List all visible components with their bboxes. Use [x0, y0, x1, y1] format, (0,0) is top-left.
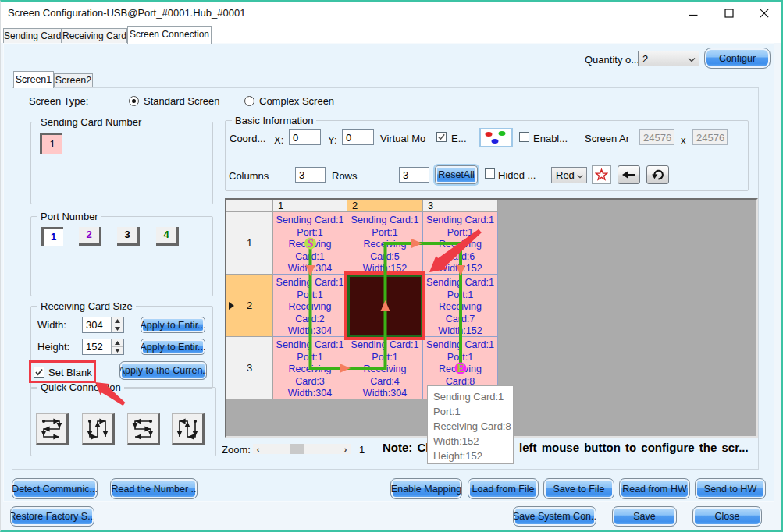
grid-cell-r1c1[interactable]: Sending Card:1 Port:1 Receiving Card:1 W… — [273, 212, 347, 275]
grid-row-header-2-label: 2 — [247, 300, 252, 311]
cell-line: Receiving — [347, 364, 422, 376]
x-label: X: — [274, 134, 283, 146]
grid-row-header-1[interactable]: 1 — [226, 212, 273, 275]
rows-input[interactable]: 3 — [399, 167, 429, 183]
rgb-pattern-button[interactable] — [479, 128, 513, 147]
grid-cell-r3c1[interactable]: Sending Card:1 Port:1 Receiving Card:3 W… — [273, 337, 347, 399]
close-button[interactable] — [753, 3, 776, 23]
cell-line: Card:3 — [273, 376, 347, 388]
height-label: Height: — [37, 341, 69, 353]
zoom-scroll-left-icon[interactable]: ‹ — [253, 444, 263, 454]
grid-cell-r1c2[interactable]: Sending Card:1 Port:1 Receiving Card:5 W… — [347, 212, 423, 275]
grid-column-header-3[interactable]: 3 — [423, 200, 498, 212]
width-spin-buttons[interactable] — [111, 317, 123, 332]
cell-line: Port:1 — [423, 227, 497, 239]
zoom-scroll-thumb[interactable] — [290, 444, 304, 454]
port-3-button[interactable]: 3 — [117, 227, 140, 246]
grid-column-header-2[interactable]: 2 — [347, 200, 423, 212]
spin-down-icon[interactable] — [112, 347, 123, 355]
cell-line: Card:4 — [347, 376, 422, 388]
horizontal-snake-top-left-icon — [40, 417, 63, 441]
radio-dot — [132, 99, 136, 103]
cell-line: Receiving — [423, 364, 497, 376]
star-button[interactable] — [592, 165, 611, 184]
save-to-file-button[interactable]: Save to File — [543, 478, 614, 499]
cell-line: Port:1 — [273, 352, 347, 364]
vertical-snake-top-left-icon — [86, 417, 109, 441]
spin-up-icon[interactable] — [112, 339, 123, 347]
grid-cell-r3c2[interactable]: Sending Card:1 Port:1 Receiving Card:4 W… — [347, 337, 423, 399]
quantity-select[interactable]: 2 — [638, 51, 699, 66]
cell-line: Sending Card:1 — [273, 339, 347, 352]
arrow-left-icon — [622, 170, 636, 179]
port-2-button[interactable]: 2 — [79, 227, 101, 246]
tab-sending-card[interactable]: Sending Card — [3, 28, 62, 44]
complex-screen-radio[interactable] — [244, 96, 254, 106]
height-spin-buttons[interactable] — [111, 339, 123, 354]
maximize-button[interactable] — [717, 3, 741, 23]
port-4-button[interactable]: 4 — [156, 227, 179, 246]
color-select[interactable]: Red — [551, 167, 587, 183]
tab-screen2[interactable]: Screen2 — [54, 73, 93, 88]
cell-line: Card:7 — [423, 314, 497, 326]
cell-line: Receiving — [273, 364, 347, 376]
configure-button[interactable]: Configur — [704, 48, 771, 69]
row-marker-icon — [229, 302, 234, 310]
apply-width-button[interactable]: Apply to Entir... — [141, 317, 205, 333]
standard-screen-radio[interactable] — [129, 96, 139, 106]
close-dialog-button[interactable]: Close — [692, 506, 762, 527]
load-from-file-button[interactable]: Load from File — [468, 478, 539, 499]
columns-input[interactable]: 3 — [295, 167, 326, 183]
quick-connection-pattern-4-button[interactable] — [172, 413, 205, 445]
spin-down-icon[interactable] — [112, 325, 123, 333]
close-icon — [760, 9, 769, 18]
tooltip-line: Sending Card:1 — [433, 389, 513, 404]
undo-button[interactable] — [646, 165, 669, 184]
reset-all-button[interactable]: ResetAll — [435, 165, 478, 184]
restore-factory-button[interactable]: Restore Factory S... — [10, 506, 94, 527]
grid-cell-r1c3[interactable]: Sending Card:1 Port:1 Receiving Card:6 W… — [423, 212, 498, 275]
width-spinner[interactable]: 304 — [82, 317, 124, 333]
zoom-value: 1 — [359, 444, 365, 456]
height-spinner[interactable]: 152 — [82, 339, 124, 355]
grid-row-header-3[interactable]: 3 — [226, 337, 273, 399]
save-system-config-button[interactable]: Save System Con.. — [513, 506, 596, 527]
standard-screen-label: Standard Screen — [144, 95, 220, 107]
read-from-hw-button[interactable]: Read from HW — [619, 478, 690, 499]
zoom-scrollbar[interactable]: ‹ › — [253, 444, 351, 454]
zoom-label: Zoom: — [222, 444, 251, 456]
sending-card-1[interactable]: 1 — [40, 133, 62, 154]
detect-communication-button[interactable]: Detect Communic... — [12, 478, 98, 499]
back-button[interactable] — [618, 165, 640, 184]
main-tab-strip: Sending Card Receiving Card Screen Conne… — [1, 26, 781, 43]
port-1-button[interactable]: 1 — [41, 227, 63, 246]
quick-connection-pattern-2-button[interactable] — [82, 413, 115, 445]
x-input[interactable]: 0 — [289, 129, 321, 145]
cell-line: Sending Card:1 — [347, 215, 422, 227]
apply-current-button[interactable]: Apply to the Curren.. — [119, 361, 207, 380]
tooltip-line: Receiving Card:8 — [433, 419, 513, 434]
spin-up-icon[interactable] — [112, 317, 123, 325]
grid-cell-r2c3[interactable]: Sending Card:1 Port:1 Receiving Card:7 W… — [423, 275, 498, 337]
title-bar: Screen Configuration-USB@Port_#0001.Hub_… — [1, 2, 781, 26]
apply-height-button[interactable]: Apply to Entir... — [141, 339, 205, 355]
read-number-button[interactable]: Read the Number .. — [110, 478, 198, 499]
minimize-button[interactable] — [682, 3, 705, 23]
quick-connection-pattern-1-button[interactable] — [36, 413, 69, 445]
tab-screen-connection[interactable]: Screen Connection — [127, 26, 212, 44]
hided-checkbox[interactable] — [485, 168, 495, 179]
grid-cell-r2c1[interactable]: Sending Card:1 Port:1 Receiving Card:2 W… — [273, 275, 347, 337]
y-input[interactable]: 0 — [342, 129, 374, 145]
enable-mapping-button[interactable]: Enable Mapping — [390, 478, 462, 499]
send-to-hw-button[interactable]: Send to HW — [695, 478, 766, 499]
set-blank-highlight-annotation — [29, 360, 96, 383]
save-button[interactable]: Save — [612, 506, 677, 527]
grid-row-header-2[interactable]: 2 — [226, 275, 273, 337]
quick-connection-pattern-3-button[interactable] — [127, 413, 160, 445]
zoom-scroll-right-icon[interactable]: › — [340, 444, 351, 454]
enable-checkbox[interactable] — [519, 132, 529, 142]
virtual-mode-checkbox[interactable] — [436, 132, 447, 142]
tab-receiving-card[interactable]: Receiving Card — [62, 28, 127, 44]
grid-column-header-1[interactable]: 1 — [273, 200, 347, 212]
tab-screen1[interactable]: Screen1 — [13, 71, 54, 88]
